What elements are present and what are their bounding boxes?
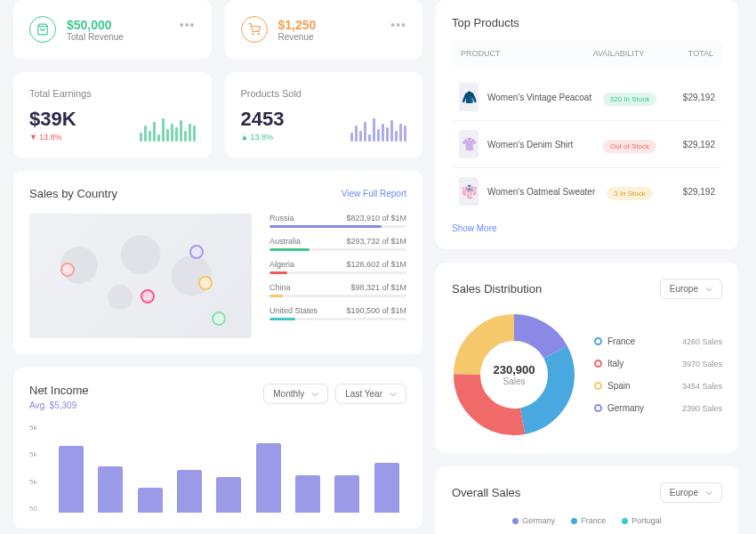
tp-header: PRODUCTAVAILABILITYTOTAL <box>452 40 722 67</box>
product-row[interactable]: 👚Women's Denim ShirtOut of Stock$29,192 <box>452 121 722 168</box>
country-bar: Australia$293,732 of $1M <box>269 237 406 251</box>
donut-label: Sales <box>503 376 525 386</box>
cart-icon <box>241 16 268 43</box>
legend-item: Italy3970 Sales <box>594 359 722 368</box>
map-pin <box>198 276 213 290</box>
product-thumb: 👚 <box>459 130 479 158</box>
product-row[interactable]: 🧥Women's Vintage Peacoat320 In Stock$29,… <box>452 74 722 121</box>
legend-item: Spain3454 Sales <box>594 381 722 391</box>
country-bar: Russia$823,910 of $1M <box>269 214 406 228</box>
sold-value: 2453 <box>241 108 302 131</box>
map-pin <box>189 245 204 259</box>
donut-value: 230,900 <box>494 363 535 376</box>
map-pin <box>60 263 75 277</box>
more-icon[interactable]: ••• <box>390 18 406 32</box>
year-select[interactable]: Last Year <box>335 384 406 404</box>
map-pin <box>141 289 155 303</box>
revenue-amount: $50,000 <box>67 18 124 32</box>
sales-by-country-card: Sales by Country View Full Report Russia… <box>13 171 422 354</box>
view-report-link[interactable]: View Full Report <box>342 189 406 198</box>
earnings-sparkline <box>140 115 196 142</box>
sbc-title: Sales by Country <box>29 187 117 200</box>
country-bar: Algeria$128,602 of $1M <box>269 260 406 274</box>
sales-distribution-card: Sales Distribution Europe 230,900 Sales … <box>436 263 738 453</box>
earnings-value: $39K <box>29 108 92 131</box>
ni-avg: Avg. $5,309 <box>29 400 88 410</box>
os-title: Overall Sales <box>452 486 520 499</box>
sd-title: Sales Distribution <box>452 282 542 295</box>
earnings-card: Total Earnings $39K ▼ 13.8% <box>13 72 212 158</box>
sold-change: ▲ 13.8% <box>241 133 302 142</box>
ni-title: Net Income <box>29 384 88 397</box>
region-select[interactable]: Europe <box>660 279 722 299</box>
legend-item: France4260 Sales <box>594 336 722 346</box>
products-sold-card: Products Sold 2453 ▲ 13.8% <box>225 72 423 158</box>
legend-item: Germany2390 Sales <box>594 403 722 413</box>
tp-title: Top Products <box>452 16 722 29</box>
show-more-link[interactable]: Show More <box>452 223 722 233</box>
more-icon[interactable]: ••• <box>180 18 196 32</box>
product-thumb: 🧥 <box>459 83 479 111</box>
overall-sales-card: Overall Sales Europe GermanyFrancePortug… <box>436 466 738 534</box>
revenue2-label: Revenue <box>278 32 317 42</box>
period-select[interactable]: Monthly <box>263 384 328 404</box>
sold-title: Products Sold <box>241 88 302 99</box>
svg-point-1 <box>258 34 259 35</box>
donut-chart: 230,900 Sales <box>452 312 576 437</box>
earnings-title: Total Earnings <box>29 88 92 99</box>
bag-icon <box>29 16 56 43</box>
total-revenue-card: $50,000 Total Revenue ••• <box>13 0 212 59</box>
region-select[interactable]: Europe <box>660 482 722 503</box>
country-bar: United States$190,500 of $1M <box>269 306 406 320</box>
revenue-label: Total Revenue <box>67 32 124 42</box>
product-thumb: 👘 <box>459 177 479 206</box>
product-row[interactable]: 👘Women's Oatmeal Sweater3 In Stock$29,19… <box>452 168 722 214</box>
net-income-card: Net Income Avg. $5,309 Monthly Last Year… <box>13 368 422 529</box>
top-products-card: Top Products PRODUCTAVAILABILITYTOTAL 🧥W… <box>436 0 738 249</box>
map-pin <box>212 312 226 326</box>
revenue-card: $1,250 Revenue ••• <box>225 0 423 59</box>
sold-sparkline <box>350 115 406 142</box>
revenue2-amount: $1,250 <box>278 18 317 32</box>
earnings-change: ▼ 13.8% <box>29 133 92 142</box>
svg-point-0 <box>252 34 253 35</box>
country-bar: China$98,321 of $1M <box>269 283 406 297</box>
world-map <box>29 214 252 338</box>
